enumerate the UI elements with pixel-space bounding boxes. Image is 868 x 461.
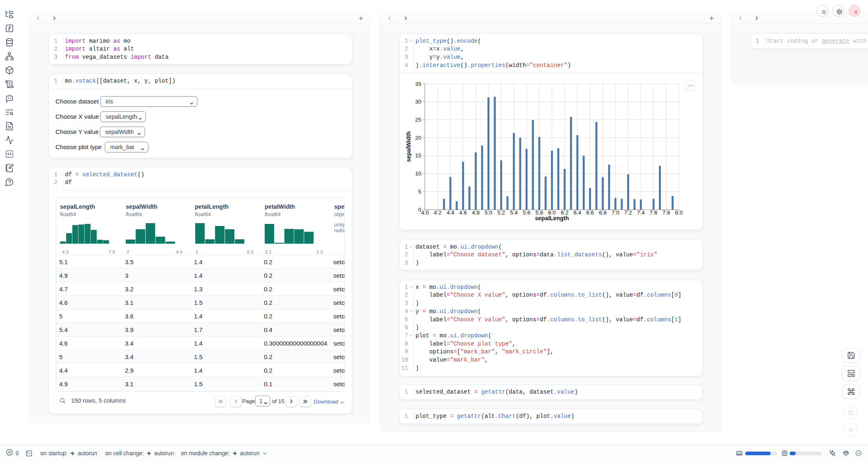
- svg-text:0: 0: [418, 207, 421, 213]
- svg-text:8.0: 8.0: [675, 210, 683, 216]
- svg-text:5.4: 5.4: [510, 210, 518, 216]
- svg-text:6.4: 6.4: [573, 210, 581, 216]
- svg-text:6.8: 6.8: [599, 210, 607, 216]
- svg-text:4.2: 4.2: [434, 210, 442, 216]
- svg-text:30: 30: [415, 99, 421, 105]
- svg-text:10: 10: [415, 171, 421, 177]
- svg-text:4.4: 4.4: [446, 210, 454, 216]
- svg-text:15: 15: [415, 152, 421, 159]
- svg-text:7.2: 7.2: [624, 210, 632, 216]
- svg-text:35: 35: [415, 81, 421, 87]
- svg-text:4.6: 4.6: [459, 210, 467, 216]
- svg-text:5.6: 5.6: [523, 210, 531, 216]
- svg-text:7.4: 7.4: [637, 210, 645, 216]
- svg-text:7.6: 7.6: [650, 210, 658, 216]
- svg-text:5: 5: [418, 189, 421, 195]
- svg-text:25: 25: [415, 117, 421, 123]
- svg-text:5.0: 5.0: [485, 210, 492, 216]
- svg-text:sepalLength: sepalLength: [535, 215, 569, 221]
- svg-text:7.0: 7.0: [612, 210, 619, 216]
- svg-text:4.8: 4.8: [472, 210, 480, 216]
- svg-text:5.2: 5.2: [497, 210, 505, 216]
- svg-text:6.6: 6.6: [586, 210, 594, 216]
- svg-text:7.8: 7.8: [663, 210, 670, 216]
- svg-text:4.0: 4.0: [421, 210, 429, 216]
- svg-text:sepalWidth: sepalWidth: [405, 131, 412, 162]
- svg-text:20: 20: [415, 135, 421, 141]
